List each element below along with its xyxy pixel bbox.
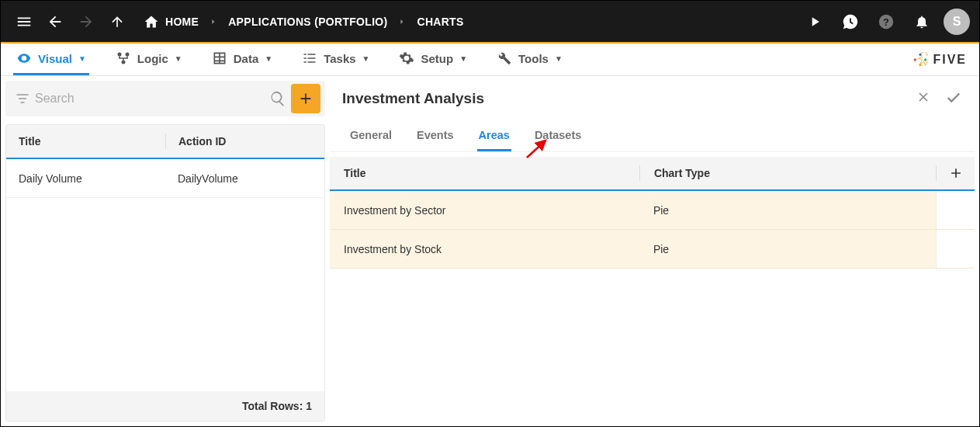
- tab-areas[interactable]: Areas: [477, 121, 511, 151]
- cell-title: Daily Volume: [6, 172, 165, 185]
- table-row[interactable]: Investment by Sector Pie: [330, 191, 975, 230]
- breadcrumb-applications[interactable]: APPLICATIONS (PORTFOLIO): [228, 16, 387, 28]
- svg-point-7: [919, 53, 922, 55]
- svg-point-8: [919, 64, 922, 66]
- cell-title: Investment by Sector: [330, 204, 639, 217]
- cell-gutter: [936, 191, 975, 229]
- search-icon[interactable]: [269, 90, 286, 107]
- topbar-left: HOME APPLICATIONS (PORTFOLIO) CHARTS: [10, 8, 464, 36]
- add-button[interactable]: [291, 84, 320, 113]
- close-icon[interactable]: [916, 89, 931, 109]
- subnav-label: Visual: [38, 52, 72, 65]
- brand: FIVE: [912, 52, 967, 68]
- page-title: Investment Analysis: [342, 90, 484, 107]
- menu-icon[interactable]: [10, 8, 38, 36]
- up-icon[interactable]: [103, 8, 131, 36]
- tab-general[interactable]: General: [348, 121, 393, 151]
- subnav-data[interactable]: Data▼: [209, 43, 275, 75]
- cell-action-id: DailyVolume: [165, 172, 324, 185]
- svg-point-4: [121, 61, 125, 64]
- right-panel: Investment Analysis General Events Areas…: [330, 76, 979, 426]
- play-icon[interactable]: [801, 8, 829, 36]
- cell-gutter: [936, 230, 975, 268]
- table-row[interactable]: Daily Volume DailyVolume: [6, 159, 324, 198]
- column-chart-type[interactable]: Chart Type: [639, 165, 936, 181]
- detail-table-header: Title Chart Type: [330, 157, 975, 191]
- chevron-right-icon: [398, 16, 406, 28]
- breadcrumb-label: CHARTS: [417, 16, 463, 28]
- total-rows-count: 1: [306, 400, 312, 412]
- chevron-right-icon: [210, 16, 217, 28]
- subnav-tasks[interactable]: Tasks▼: [299, 43, 372, 75]
- add-row-button[interactable]: [936, 165, 975, 181]
- search-row: [5, 81, 325, 116]
- breadcrumb-home[interactable]: HOME: [144, 14, 199, 30]
- svg-point-3: [125, 53, 129, 57]
- main: Title Action ID Daily Volume DailyVolume…: [1, 76, 979, 426]
- svg-point-2: [117, 53, 121, 57]
- breadcrumb-charts[interactable]: CHARTS: [417, 16, 463, 28]
- help-icon[interactable]: ?: [872, 8, 900, 36]
- subnav-logic[interactable]: Logic▼: [113, 43, 185, 75]
- back-icon[interactable]: [41, 8, 69, 36]
- brand-text: FIVE: [933, 53, 967, 67]
- svg-point-5: [914, 58, 916, 61]
- left-table: Title Action ID Daily Volume DailyVolume…: [5, 124, 325, 422]
- left-table-header: Title Action ID: [6, 125, 324, 159]
- topbar-right: ? S: [801, 8, 970, 36]
- subnav-label: Tools: [518, 52, 549, 65]
- subnav-label: Tasks: [324, 52, 355, 65]
- subnav: Visual▼ Logic▼ Data▼ Tasks▼ Setup▼ Tools…: [1, 43, 979, 76]
- svg-text:?: ?: [883, 16, 889, 27]
- forward-icon: [72, 8, 100, 36]
- bell-icon[interactable]: [908, 8, 936, 36]
- column-title[interactable]: Title: [330, 167, 639, 179]
- tab-events[interactable]: Events: [415, 121, 455, 151]
- detail-actions: [916, 89, 962, 109]
- column-title[interactable]: Title: [6, 135, 165, 148]
- svg-point-6: [924, 58, 926, 61]
- search-input[interactable]: [35, 92, 265, 106]
- subnav-label: Logic: [137, 52, 168, 65]
- subnav-tools[interactable]: Tools▼: [493, 43, 566, 75]
- subnav-visual[interactable]: Visual▼: [13, 43, 89, 75]
- check-icon[interactable]: [945, 89, 962, 109]
- left-panel: Title Action ID Daily Volume DailyVolume…: [1, 76, 330, 426]
- subnav-label: Data: [234, 52, 259, 65]
- filter-icon[interactable]: [15, 91, 30, 106]
- topbar: HOME APPLICATIONS (PORTFOLIO) CHARTS ?: [1, 1, 979, 43]
- tab-datasets[interactable]: Datasets: [533, 121, 583, 151]
- brand-logo-icon: [912, 52, 928, 68]
- table-row[interactable]: Investment by Stock Pie: [330, 230, 975, 269]
- total-rows-label: Total Rows:: [242, 400, 303, 412]
- left-table-footer: Total Rows: 1: [6, 391, 324, 421]
- breadcrumb: HOME APPLICATIONS (PORTFOLIO) CHARTS: [144, 14, 464, 30]
- subnav-setup[interactable]: Setup▼: [396, 43, 470, 75]
- breadcrumb-label: APPLICATIONS (PORTFOLIO): [228, 16, 387, 28]
- column-action-id[interactable]: Action ID: [165, 134, 324, 149]
- breadcrumb-label: HOME: [165, 16, 199, 28]
- cell-chart-type: Pie: [639, 243, 936, 255]
- search-bubble-icon[interactable]: [836, 8, 864, 36]
- subnav-label: Setup: [421, 52, 453, 65]
- detail-tabs: General Events Areas Datasets: [330, 121, 975, 152]
- detail-header: Investment Analysis: [330, 81, 975, 116]
- cell-title: Investment by Stock: [330, 243, 639, 255]
- avatar-initial: S: [953, 15, 961, 29]
- detail-table: Title Chart Type Investment by Sector Pi…: [330, 157, 975, 422]
- cell-chart-type: Pie: [639, 204, 936, 217]
- avatar[interactable]: S: [944, 9, 970, 35]
